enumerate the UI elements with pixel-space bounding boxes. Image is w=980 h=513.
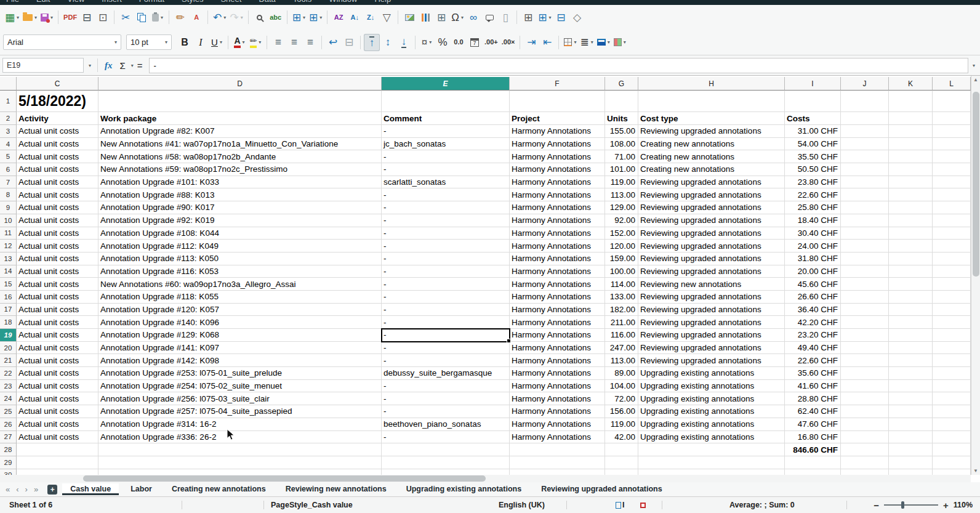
cell-G11[interactable]: 152.00	[605, 227, 638, 240]
cell-C4[interactable]: Actual unit costs	[17, 138, 98, 151]
cell-D30[interactable]	[98, 469, 382, 475]
cell-H30[interactable]	[638, 469, 785, 475]
cell-E5[interactable]: -	[382, 150, 510, 163]
cell-J27[interactable]	[841, 431, 889, 444]
special-character-icon-dropdown[interactable]: ▾	[461, 15, 464, 20]
column-header-K[interactable]: K	[889, 77, 933, 91]
save-icon-dropdown[interactable]: ▾	[50, 15, 53, 20]
cell-E15[interactable]: -	[382, 278, 510, 291]
cell-D5[interactable]: New Annotations #58: wa08op17no2b_Andant…	[98, 150, 382, 163]
paste-icon-dropdown[interactable]: ▾	[161, 15, 163, 20]
formula-input[interactable]: -	[149, 58, 968, 73]
cell-L13[interactable]	[933, 252, 971, 265]
rows-icon-dropdown[interactable]: ▾	[303, 15, 305, 20]
cell-L8[interactable]	[933, 188, 971, 201]
autofilter-icon[interactable]: ▽	[379, 9, 395, 26]
center-vertically-icon[interactable]: ↕	[380, 34, 396, 51]
cell-D16[interactable]: Annotation Upgrade #118: K055	[98, 291, 382, 304]
cell-H19[interactable]: Reviewing upgraded annotations	[638, 329, 785, 342]
format-currency-icon-dropdown[interactable]: ▾	[429, 39, 432, 45]
cell-H5[interactable]: Creating new annotations	[638, 150, 785, 163]
cell-J19[interactable]	[841, 329, 889, 342]
align-center-icon[interactable]: ≡	[286, 34, 302, 51]
cell-I9[interactable]: 25.80 CHF	[785, 201, 841, 214]
new-spreadsheet-icon[interactable]: ▦▾	[3, 9, 21, 26]
cell-D14[interactable]: Annotation Upgrade #116: K053	[98, 265, 382, 278]
cell-D28[interactable]	[98, 443, 382, 456]
cell-C16[interactable]: Actual unit costs	[17, 291, 98, 304]
cell-F27[interactable]: Harmony Annotations	[510, 431, 605, 444]
language[interactable]: English (UK)	[499, 497, 545, 513]
cell-H10[interactable]: Reviewing upgraded annotations	[638, 214, 785, 227]
cell-E18[interactable]: -	[382, 316, 510, 329]
menu-sheet[interactable]: Sheet	[220, 0, 241, 4]
cell-D20[interactable]: Annotation Upgrade #141: K097	[98, 342, 382, 355]
row-header-3[interactable]: 3	[0, 125, 17, 138]
menu-format[interactable]: Format	[139, 0, 164, 4]
background-color-icon-dropdown[interactable]: ▾	[608, 39, 610, 45]
row-header-18[interactable]: 18	[0, 316, 17, 329]
cell-L28[interactable]	[933, 443, 971, 456]
cell-F25[interactable]: Harmony Annotations	[510, 405, 605, 418]
cell-L27[interactable]	[933, 431, 971, 444]
undo-icon-dropdown[interactable]: ▾	[223, 15, 226, 20]
cell-I29[interactable]	[785, 456, 841, 469]
border-style-icon-dropdown[interactable]: ▾	[591, 39, 593, 45]
row-header-7[interactable]: 7	[0, 176, 17, 189]
previous-sheet-icon[interactable]: ‹	[13, 485, 22, 493]
redo-icon-dropdown[interactable]: ▾	[241, 15, 243, 20]
cell-C10[interactable]: Actual unit costs	[17, 214, 98, 227]
row-header-25[interactable]: 25	[0, 405, 17, 418]
menu-insert[interactable]: Insert	[102, 0, 122, 4]
special-character-icon[interactable]: Ω▾	[449, 9, 465, 26]
cell-C29[interactable]	[17, 456, 98, 469]
cell-I25[interactable]: 62.40 CHF	[785, 405, 841, 418]
border-style-icon[interactable]: ≣▾	[578, 34, 595, 51]
cell-E13[interactable]: -	[382, 252, 510, 265]
cell-L4[interactable]	[933, 138, 971, 151]
cell-L6[interactable]	[933, 163, 971, 176]
sheet-tab-upgrading-existing-annotations[interactable]: Upgrading existing annotations	[398, 483, 530, 495]
cell-H9[interactable]: Reviewing upgraded annotations	[638, 201, 785, 214]
cell-J26[interactable]	[841, 418, 889, 431]
first-sheet-icon[interactable]: «	[2, 485, 13, 493]
cell-I11[interactable]: 30.40 CHF	[785, 227, 841, 240]
cell-C8[interactable]: Actual unit costs	[17, 188, 98, 201]
cell-F5[interactable]: Harmony Annotations	[510, 150, 605, 163]
cell-C27[interactable]: Actual unit costs	[17, 431, 98, 444]
sheet-tab-creating-new-annotations[interactable]: Creating new annotations	[164, 483, 274, 495]
cell-J6[interactable]	[841, 163, 889, 176]
cell-H4[interactable]: Creating new annotations	[638, 138, 785, 151]
next-sheet-icon[interactable]: ›	[22, 485, 31, 493]
cell-I28[interactable]: 846.60 CHF	[785, 443, 841, 456]
selection-statistics[interactable]: Average: ; Sum: 0	[729, 497, 795, 513]
format-number-icon[interactable]: 0.0	[451, 34, 467, 51]
cell-K27[interactable]	[889, 431, 933, 444]
cell-K22[interactable]	[889, 367, 933, 380]
underline-icon-dropdown[interactable]: ▾	[220, 39, 222, 45]
add-sheet-button[interactable]: +	[47, 485, 57, 495]
highlighting-color-icon-dropdown[interactable]: ▾	[259, 39, 261, 45]
row-header-8[interactable]: 8	[0, 188, 17, 201]
underline-icon[interactable]: U▾	[209, 34, 225, 51]
cell-I12[interactable]: 24.00 CHF	[785, 240, 841, 252]
cell-C14[interactable]: Actual unit costs	[17, 265, 98, 278]
cell-C19[interactable]: Actual unit costs	[17, 329, 98, 342]
cell-I7[interactable]: 23.80 CHF	[785, 176, 841, 189]
row-header-14[interactable]: 14	[0, 265, 17, 278]
sort-ascending-icon[interactable]: A↓	[347, 9, 363, 26]
sort-icon[interactable]: AZ	[331, 9, 347, 26]
cell-K21[interactable]	[889, 354, 933, 367]
cell-F17[interactable]: Harmony Annotations	[510, 304, 605, 317]
cell-F14[interactable]: Harmony Annotations	[510, 265, 605, 278]
cell-C25[interactable]: Actual unit costs	[17, 405, 98, 418]
row-header-9[interactable]: 9	[0, 201, 17, 214]
cell-J1[interactable]	[841, 91, 889, 112]
cell-K6[interactable]	[889, 163, 933, 176]
cell-E21[interactable]: -	[382, 354, 510, 367]
cell-I2[interactable]: Costs	[785, 112, 841, 125]
cell-I26[interactable]: 47.60 CHF	[785, 418, 841, 431]
open-icon[interactable]: ▾	[21, 9, 39, 26]
row-header-19[interactable]: 19	[0, 329, 17, 342]
headers-footers-icon[interactable]: ▯	[497, 9, 513, 26]
